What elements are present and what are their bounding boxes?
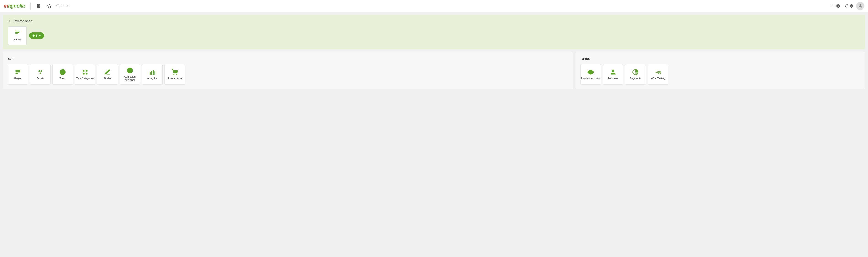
svg-rect-29 xyxy=(83,73,85,74)
header-divider xyxy=(30,2,31,9)
favorite-apps-label: Favorite apps xyxy=(12,19,32,23)
svg-rect-1 xyxy=(38,4,39,5)
svg-rect-7 xyxy=(38,7,39,8)
svg-rect-17 xyxy=(15,32,20,33)
svg-marker-9 xyxy=(47,4,51,7)
tour-categories-icon xyxy=(82,69,88,75)
target-app-preview-as-visitor[interactable]: Preview as visitor xyxy=(580,64,601,85)
svg-rect-21 xyxy=(16,73,18,74)
target-section-title: Target xyxy=(580,57,861,61)
svg-rect-8 xyxy=(39,7,40,8)
edit-pages-label: Pages xyxy=(14,77,21,80)
tasks-badge: 0 xyxy=(836,4,840,7)
personas-icon xyxy=(610,69,616,75)
target-app-ab-testing[interactable]: A/B n A/B/n Testing xyxy=(648,64,668,85)
grid-icon xyxy=(36,4,41,8)
target-section: Target Preview as visitor Personas xyxy=(576,52,865,89)
svg-rect-35 xyxy=(151,71,152,75)
svg-rect-36 xyxy=(153,70,154,75)
favorites-button[interactable] xyxy=(45,2,54,10)
edit-campaign-publisher-label: Campaign publisher xyxy=(120,75,140,82)
target-ab-testing-label: A/B/n Testing xyxy=(650,77,665,80)
target-apps-grid: Preview as visitor Personas Segments xyxy=(580,64,861,85)
svg-rect-5 xyxy=(39,5,40,7)
campaign-publisher-icon xyxy=(127,67,133,74)
svg-rect-6 xyxy=(37,7,38,8)
edit-assets-label: Assets xyxy=(36,77,44,80)
svg-rect-2 xyxy=(39,4,40,5)
logo[interactable]: magnolia xyxy=(4,3,25,9)
search-icon xyxy=(56,4,60,8)
edit-app-analytics[interactable]: Analytics xyxy=(142,64,162,85)
svg-line-11 xyxy=(59,7,59,7)
svg-rect-16 xyxy=(15,31,20,32)
ecommerce-icon xyxy=(172,69,178,75)
edit-app-tour-categories[interactable]: Tour Categories xyxy=(75,64,95,85)
tours-icon xyxy=(59,69,66,75)
favorite-star-icon: ☆ xyxy=(8,19,11,23)
favorite-apps-row: Pages + / − xyxy=(8,27,860,45)
svg-point-39 xyxy=(177,74,177,75)
target-app-personas[interactable]: Personas xyxy=(603,64,623,85)
edit-ecommerce-label: E-commerce xyxy=(167,77,182,80)
target-app-segments[interactable]: Segments xyxy=(625,64,646,85)
tasks-icon xyxy=(831,4,836,8)
target-personas-label: Personas xyxy=(608,77,618,80)
svg-rect-20 xyxy=(16,71,20,72)
svg-point-40 xyxy=(590,71,591,73)
svg-point-38 xyxy=(174,74,174,75)
header-right: 0 0 xyxy=(830,2,864,10)
edit-section-title: Edit xyxy=(7,57,568,61)
add-remove-favorites-button[interactable]: + / − xyxy=(29,32,44,39)
favorite-apps-section: ☆ Favorite apps Pages + / − xyxy=(3,14,865,49)
edit-app-stories[interactable]: Stories xyxy=(97,64,118,85)
app-header: magnolia 0 0 xyxy=(0,0,868,12)
grid-menu-button[interactable] xyxy=(34,2,42,10)
svg-point-24 xyxy=(39,72,41,74)
edit-app-pages[interactable]: Pages xyxy=(7,64,28,85)
favorite-app-pages[interactable]: Pages xyxy=(8,27,27,45)
notifications-button[interactable]: 0 xyxy=(843,3,855,9)
favorite-pages-label: Pages xyxy=(14,38,21,41)
pages-icon xyxy=(14,30,20,37)
svg-point-41 xyxy=(612,70,614,72)
assets-icon xyxy=(37,69,43,75)
edit-tour-categories-label: Tour Categories xyxy=(76,77,94,80)
svg-rect-30 xyxy=(86,73,87,74)
edit-analytics-label: Analytics xyxy=(147,77,157,80)
preview-as-visitor-icon xyxy=(587,69,594,75)
user-icon xyxy=(858,4,862,8)
svg-point-23 xyxy=(40,70,42,72)
svg-text:n: n xyxy=(658,72,660,74)
search-bar[interactable] xyxy=(56,4,148,8)
svg-point-22 xyxy=(38,70,40,72)
notifications-badge: 0 xyxy=(850,4,854,7)
edit-section: Edit Pages Assets xyxy=(3,52,573,89)
analytics-icon xyxy=(149,69,155,75)
svg-rect-37 xyxy=(154,71,155,75)
svg-rect-0 xyxy=(37,4,38,5)
target-preview-label: Preview as visitor xyxy=(581,77,600,80)
user-avatar-button[interactable] xyxy=(856,2,864,10)
svg-point-10 xyxy=(57,5,59,7)
favorite-apps-title: ☆ Favorite apps xyxy=(8,19,860,23)
stories-icon xyxy=(104,69,111,75)
edit-stories-label: Stories xyxy=(103,77,111,80)
edit-apps-grid: Pages Assets Tours xyxy=(7,64,568,85)
edit-app-ecommerce[interactable]: E-commerce xyxy=(164,64,185,85)
ab-testing-icon: A/B n xyxy=(655,69,661,75)
edit-app-campaign-publisher[interactable]: Campaign publisher xyxy=(120,64,140,85)
svg-rect-18 xyxy=(15,33,18,34)
star-icon xyxy=(47,4,52,8)
svg-rect-19 xyxy=(16,70,20,71)
svg-rect-3 xyxy=(37,5,38,7)
target-segments-label: Segments xyxy=(630,77,641,80)
svg-rect-34 xyxy=(150,72,151,75)
search-input[interactable] xyxy=(62,4,148,8)
bell-icon xyxy=(845,4,849,8)
edit-app-assets[interactable]: Assets xyxy=(30,64,51,85)
segments-icon xyxy=(632,69,639,75)
edit-tours-label: Tours xyxy=(60,77,66,80)
tasks-button[interactable]: 0 xyxy=(830,3,842,9)
edit-app-tours[interactable]: Tours xyxy=(52,64,73,85)
